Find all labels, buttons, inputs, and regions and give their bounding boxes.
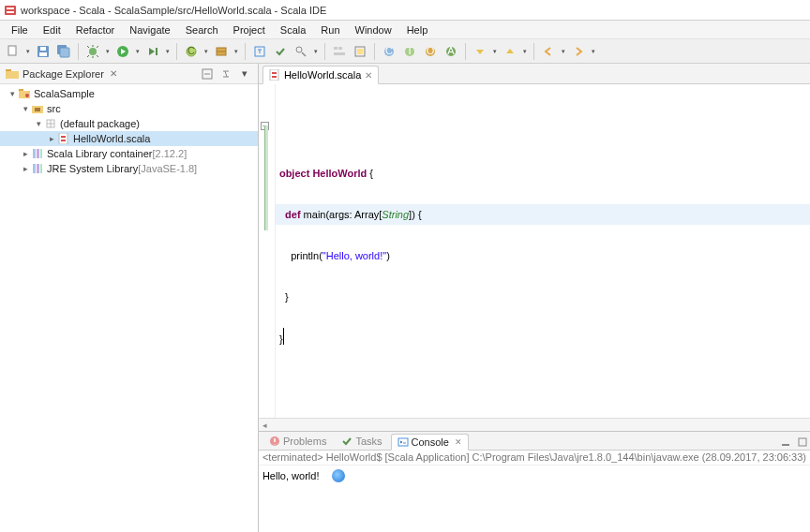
collapse-icon[interactable]: ▾ <box>8 89 17 98</box>
menu-project[interactable]: Project <box>226 22 273 37</box>
console-tab-close[interactable]: ✕ <box>455 437 462 447</box>
svg-rect-41 <box>61 140 66 141</box>
forward-dropdown[interactable]: ▾ <box>590 42 597 61</box>
new-dropdown[interactable]: ▾ <box>24 42 32 61</box>
svg-rect-2 <box>7 11 14 13</box>
menu-edit[interactable]: Edit <box>36 22 68 37</box>
svg-text:T: T <box>407 45 413 56</box>
package-explorer-title: Package Explorer <box>22 68 104 80</box>
expand-icon[interactable]: ▸ <box>47 134 56 143</box>
project-node[interactable]: ▾ ScalaSample <box>0 86 258 101</box>
svg-point-9 <box>89 48 97 55</box>
svg-rect-54 <box>799 438 806 446</box>
console-tab[interactable]: Console ✕ <box>391 434 469 451</box>
project-label: ScalaSample <box>34 88 95 99</box>
next-annotation-button[interactable] <box>471 42 489 61</box>
problems-label: Problems <box>283 436 326 447</box>
toggle-mark-button[interactable] <box>351 42 369 61</box>
new-package-dropdown[interactable]: ▾ <box>232 42 240 61</box>
console-output[interactable]: Hello, world! <box>259 466 810 532</box>
console-icon <box>398 436 409 448</box>
svg-text:C: C <box>385 45 393 56</box>
menu-refactor[interactable]: Refactor <box>68 22 123 37</box>
menubar: File Edit Refactor Navigate Search Proje… <box>0 21 810 39</box>
svg-rect-37 <box>35 108 40 111</box>
problems-icon <box>269 436 280 447</box>
file-label: HelloWorld.scala <box>73 133 150 144</box>
editor-body[interactable]: − object HelloWorld { def main(args: Arr… <box>259 84 810 418</box>
debug-dropdown[interactable]: ▾ <box>104 42 112 61</box>
run-button[interactable] <box>113 42 132 61</box>
svg-rect-39 <box>59 133 68 144</box>
svg-text:O: O <box>427 45 435 56</box>
debug-button[interactable] <box>83 42 102 61</box>
svg-rect-0 <box>5 6 16 15</box>
open-type-button[interactable] <box>250 42 269 61</box>
new-class-button[interactable]: C <box>182 42 201 61</box>
new-scala-app-button[interactable]: A <box>442 42 460 61</box>
prev-annotation-button[interactable] <box>501 42 519 61</box>
next-annotation-dropdown[interactable]: ▾ <box>491 42 499 61</box>
prev-annotation-dropdown[interactable]: ▾ <box>521 42 529 61</box>
code-area[interactable]: object HelloWorld { def main(args: Array… <box>276 84 810 418</box>
editor-hscroll[interactable]: ◂ <box>259 418 810 431</box>
expand-icon[interactable]: ▸ <box>21 149 30 158</box>
separator <box>78 43 79 60</box>
busy-indicator-icon <box>332 469 345 482</box>
run-last-dropdown[interactable]: ▾ <box>164 42 172 61</box>
text-cursor <box>283 328 284 345</box>
search-button[interactable] <box>292 42 310 61</box>
new-package-button[interactable] <box>212 42 231 61</box>
minimize-button[interactable] <box>778 435 793 450</box>
view-menu-button[interactable]: ▾ <box>237 66 252 81</box>
console-label: Console <box>412 436 449 448</box>
svg-rect-53 <box>782 444 789 446</box>
file-node[interactable]: ▸ HelloWorld.scala <box>0 131 258 146</box>
run-dropdown[interactable]: ▾ <box>134 42 142 61</box>
run-last-button[interactable] <box>143 42 162 61</box>
scroll-left-icon[interactable]: ◂ <box>259 421 272 430</box>
collapse-icon[interactable]: ▾ <box>21 104 30 113</box>
identifier: main <box>301 209 326 220</box>
svg-rect-8 <box>60 48 69 57</box>
maximize-button[interactable] <box>795 435 810 450</box>
menu-search[interactable]: Search <box>178 22 226 37</box>
editor-tab[interactable]: HelloWorld.scala ✕ <box>262 66 379 84</box>
tab-close-button[interactable]: ✕ <box>365 70 372 81</box>
save-button[interactable] <box>34 42 52 61</box>
string-literal: "Hello, world!" <box>322 250 386 261</box>
menu-window[interactable]: Window <box>348 22 399 37</box>
collapse-icon[interactable]: ▾ <box>34 119 43 128</box>
new-button[interactable] <box>4 42 22 61</box>
toggle-breadcrumb-button[interactable] <box>330 42 349 61</box>
save-all-button[interactable] <box>54 42 73 61</box>
menu-navigate[interactable]: Navigate <box>122 22 177 37</box>
generic-type: String <box>382 209 409 220</box>
forward-button[interactable] <box>569 42 588 61</box>
new-scala-trait-button[interactable]: T <box>400 42 419 61</box>
package-explorer-close[interactable]: ✕ <box>110 68 117 79</box>
svg-rect-1 <box>7 7 14 9</box>
search-dropdown[interactable]: ▾ <box>312 42 320 61</box>
menu-run[interactable]: Run <box>313 22 347 37</box>
menu-scala[interactable]: Scala <box>273 22 314 37</box>
problems-tab[interactable]: Problems <box>262 433 333 450</box>
new-scala-object-button[interactable]: O <box>421 42 440 61</box>
jre-library-node[interactable]: ▸ JRE System Library [JavaSE-1.8] <box>0 161 258 176</box>
new-class-dropdown[interactable]: ▾ <box>202 42 210 61</box>
default-package-label: (default package) <box>60 118 140 129</box>
back-dropdown[interactable]: ▾ <box>560 42 567 61</box>
src-folder-node[interactable]: ▾ src <box>0 101 258 116</box>
expand-icon[interactable]: ▸ <box>21 164 30 173</box>
svg-rect-19 <box>334 52 345 55</box>
collapse-all-button[interactable] <box>200 66 215 81</box>
back-button[interactable] <box>539 42 558 61</box>
default-package-node[interactable]: ▾ (default package) <box>0 116 258 131</box>
new-scala-class-button[interactable]: C <box>380 42 398 61</box>
scala-library-node[interactable]: ▸ Scala Library container [2.12.2] <box>0 146 258 161</box>
link-editor-button[interactable] <box>218 66 233 81</box>
menu-help[interactable]: Help <box>399 22 436 37</box>
menu-file[interactable]: File <box>4 22 36 37</box>
open-task-button[interactable] <box>271 42 290 61</box>
tasks-tab[interactable]: Tasks <box>335 433 388 450</box>
